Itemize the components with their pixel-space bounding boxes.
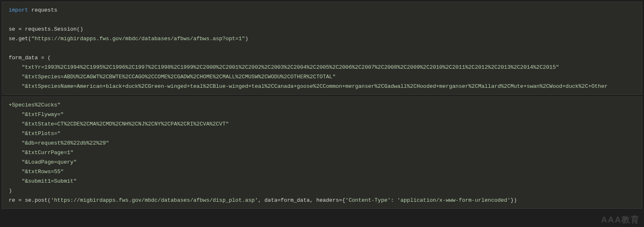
code-line: , data=form_data, headers={ bbox=[258, 197, 346, 203]
string-literal: "&txtCurrPage=1" bbox=[22, 150, 73, 156]
string-literal: 'application/x-www-form-urlencoded' bbox=[397, 197, 510, 203]
string-literal: 'https://migbirdapps.fws.gov/mbdc/databa… bbox=[51, 197, 258, 203]
string-literal: "&txtSpecies=ABDU%2CAGWT%2CBWTE%2CCAGO%2… bbox=[22, 74, 336, 80]
indent bbox=[9, 130, 22, 137]
indent bbox=[9, 64, 22, 70]
string-literal: "&db=request%28%22db%22%29" bbox=[22, 140, 109, 146]
code-block-1[interactable]: import requests se = requests.Session() … bbox=[2, 2, 642, 95]
string-literal: "txtYr=1993%2C1994%2C1995%2C1996%2C1997%… bbox=[22, 64, 559, 70]
indent bbox=[9, 74, 22, 80]
string-literal: "&txtState=CT%2CDE%2CMA%2CMD%2CNH%2CNJ%2… bbox=[22, 121, 229, 127]
string-literal: "&txtSpeciesName=American+black+duck%2CG… bbox=[22, 83, 607, 89]
indent bbox=[9, 150, 22, 156]
indent bbox=[9, 83, 22, 89]
string-literal: "&txtRows=55" bbox=[22, 169, 63, 175]
code-line: ) bbox=[245, 36, 249, 42]
keyword-import: import bbox=[9, 7, 28, 13]
code-line: }) bbox=[510, 197, 517, 203]
string-literal: "https://migbirdapps.fws.gov/mbdc/databa… bbox=[32, 36, 245, 42]
string-literal: +Species%2Cucks" bbox=[9, 102, 61, 108]
indent bbox=[9, 159, 22, 165]
string-literal: "&txtPlots=" bbox=[22, 130, 61, 137]
code-line: se = requests.Session() bbox=[9, 26, 83, 32]
module-name: requests bbox=[28, 7, 57, 13]
indent bbox=[9, 169, 22, 175]
code-line: ) bbox=[9, 188, 12, 194]
code-line: se.get( bbox=[9, 36, 32, 42]
string-literal: 'Content-Type' bbox=[345, 197, 390, 203]
code-block-2[interactable]: +Species%2Cucks" "&txtFlyway=" "&txtStat… bbox=[2, 97, 642, 209]
indent bbox=[9, 121, 22, 127]
code-line: : bbox=[391, 197, 398, 203]
string-literal: "&LoadPage=query" bbox=[22, 159, 77, 165]
indent bbox=[9, 140, 22, 146]
code-line: form_data = ( bbox=[9, 55, 51, 61]
indent bbox=[9, 111, 22, 118]
string-literal: "&txtFlyway=" bbox=[22, 111, 63, 118]
string-literal: "&submit1=Submit" bbox=[22, 178, 77, 184]
indent bbox=[9, 178, 22, 184]
code-line: re = se.post( bbox=[9, 197, 51, 203]
